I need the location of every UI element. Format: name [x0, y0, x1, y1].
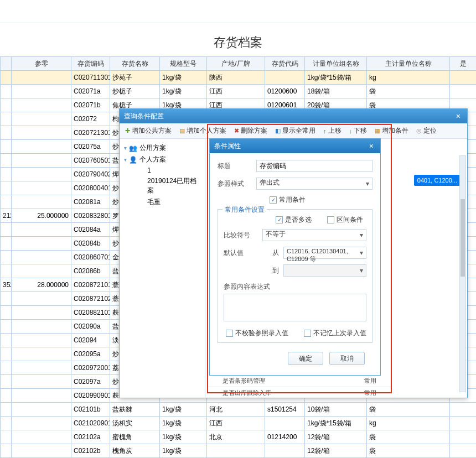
table-cell[interactable]: 江西 [207, 85, 265, 98]
ref-style-select[interactable]: 弹出式 [256, 178, 372, 190]
col-prodcode[interactable]: 存货代码 [265, 57, 305, 71]
table-cell[interactable] [450, 444, 477, 458]
tree-item-used-archive[interactable]: 20190124已用档案 [122, 175, 203, 196]
table-cell[interactable] [12, 403, 71, 417]
table-cell[interactable] [12, 347, 71, 361]
table-cell[interactable] [450, 430, 477, 444]
table-cell[interactable]: 12袋/箱 [305, 444, 367, 458]
range-condition-checkbox[interactable]: 区间条件 [327, 215, 363, 225]
table-cell[interactable]: kg [367, 417, 450, 430]
table-cell[interactable]: C02097a [71, 375, 110, 389]
table-cell[interactable]: C02084b [71, 237, 110, 251]
table-row[interactable]: C020711301沙苑子1kg/袋陕西1kg/袋*15袋/箱kg [1, 71, 477, 85]
table-cell[interactable] [12, 154, 71, 168]
selected-values-chip[interactable]: 0401, C1200... [414, 175, 461, 186]
table-cell[interactable]: C020972001 [71, 361, 110, 375]
table-cell[interactable]: C02090a [71, 320, 110, 334]
table-cell[interactable]: C02072 [71, 112, 110, 126]
table-cell[interactable]: C020711301 [71, 71, 110, 85]
default-from-select[interactable]: C12016, C120130401, C12009 等 [283, 247, 366, 259]
table-row[interactable]: C02102a蜜槐角1kg/袋北京0121420012袋/箱袋 [1, 430, 477, 444]
table-cell[interactable]: 1kg/袋 [160, 85, 207, 98]
table-cell[interactable] [12, 361, 71, 375]
table-cell[interactable] [12, 320, 71, 334]
table-cell[interactable]: 袋 [367, 403, 450, 417]
table-cell[interactable]: 袋 [367, 444, 450, 458]
inner-dialog-titlebar[interactable]: 条件属性 × [210, 139, 380, 153]
table-row[interactable]: C02101b盐麸麳1kg/袋河北s150125410袋/箱袋 [1, 403, 477, 417]
col-unit[interactable]: 主计量单位名称 [367, 57, 450, 71]
col-last[interactable]: 是 [450, 57, 477, 71]
table-cell[interactable]: C020872101 [71, 278, 110, 292]
col-left[interactable] [1, 57, 12, 71]
table-cell[interactable]: kg [367, 71, 450, 85]
table-cell[interactable] [1, 347, 12, 361]
table-cell[interactable]: 212 [1, 209, 12, 223]
table-cell[interactable]: 沙苑子 [110, 71, 160, 85]
table-cell[interactable] [12, 237, 71, 251]
table-cell[interactable]: C020800401 [71, 181, 110, 195]
table-row[interactable]: C02102b槐角炭1kg/袋12袋/箱袋 [1, 444, 477, 458]
table-cell[interactable] [1, 306, 12, 320]
table-cell[interactable] [12, 444, 71, 458]
table-cell[interactable]: C02086b [71, 264, 110, 278]
table-cell[interactable]: 01200600 [265, 85, 305, 98]
table-cell[interactable] [1, 195, 12, 209]
table-cell[interactable]: C020721301 [71, 126, 110, 140]
tree-item-1[interactable]: 1 [122, 165, 203, 175]
table-cell[interactable] [12, 181, 71, 195]
ok-button[interactable]: 确定 [288, 352, 323, 365]
table-cell[interactable] [12, 168, 71, 181]
col-origin[interactable]: 产地/厂牌 [207, 57, 265, 71]
col-spec[interactable]: 规格型号 [160, 57, 207, 71]
table-cell[interactable]: 袋 [367, 85, 450, 98]
table-cell[interactable]: 01214200 [265, 430, 305, 444]
col-group[interactable]: 计量单位组名称 [305, 57, 367, 71]
table-cell[interactable]: 槐角炭 [110, 444, 160, 458]
table-cell[interactable] [1, 444, 12, 458]
table-cell[interactable]: C02084a [71, 223, 110, 237]
table-cell[interactable]: 北京 [207, 430, 265, 444]
table-cell[interactable] [1, 98, 12, 112]
table-cell[interactable]: C020790402 [71, 168, 110, 181]
scroll-thumb[interactable] [461, 199, 465, 277]
table-cell[interactable]: C02095a [71, 347, 110, 361]
table-cell[interactable]: 河北 [207, 403, 265, 417]
table-cell[interactable] [265, 71, 305, 85]
table-cell[interactable] [1, 417, 12, 430]
table-cell[interactable] [12, 71, 71, 85]
table-cell[interactable] [12, 334, 71, 347]
table-cell[interactable]: 28.000000 [12, 278, 71, 292]
table-cell[interactable] [1, 126, 12, 140]
table-cell[interactable]: 1kg/袋 [160, 417, 207, 430]
table-cell[interactable] [12, 85, 71, 98]
table-cell[interactable]: C021020901 [71, 417, 110, 430]
table-cell[interactable] [1, 403, 12, 417]
table-cell[interactable] [12, 140, 71, 154]
tree-public-schemes[interactable]: ▾👥公用方案 [122, 142, 203, 154]
table-cell[interactable]: 18袋/箱 [305, 85, 367, 98]
table-cell[interactable]: 炒栀子 [110, 85, 160, 98]
table-cell[interactable]: 袋 [367, 430, 450, 444]
table-cell[interactable]: C02071a [71, 85, 110, 98]
table-cell[interactable] [1, 237, 12, 251]
table-cell[interactable] [1, 430, 12, 444]
table-cell[interactable] [1, 264, 12, 278]
table-cell[interactable]: C020882101 [71, 306, 110, 320]
table-cell[interactable] [12, 264, 71, 278]
table-cell[interactable]: 汤枳实 [110, 417, 160, 430]
table-cell[interactable] [1, 251, 12, 264]
table-cell[interactable] [12, 251, 71, 264]
locate-button[interactable]: ◎定位 [413, 124, 440, 137]
table-cell[interactable] [12, 195, 71, 209]
compare-select[interactable]: 不等于 [262, 229, 366, 241]
table-cell[interactable]: 江西 [207, 417, 265, 430]
table-cell[interactable]: 1kg/袋 [160, 71, 207, 85]
table-row[interactable]: C021020901汤枳实1kg/袋江西1kg/袋*15袋/箱kg [1, 417, 477, 430]
table-cell[interactable]: C02071b [71, 98, 110, 112]
table-cell[interactable]: 10袋/箱 [305, 403, 367, 417]
table-cell[interactable]: C020760501 [71, 154, 110, 168]
table-cell[interactable]: 25.000000 [12, 209, 71, 223]
table-cell[interactable] [12, 306, 71, 320]
cancel-button[interactable]: 取消 [329, 352, 365, 365]
